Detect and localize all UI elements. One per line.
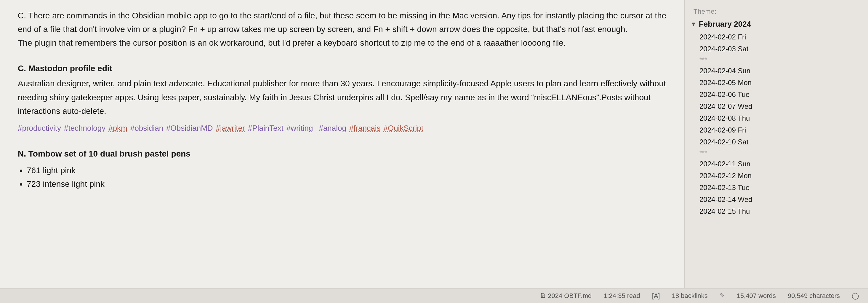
status-file-name: 2024 OBTF.md [548, 292, 592, 300]
status-edit-icon-item[interactable]: ✎ [720, 292, 725, 300]
sidebar-separator: *** [685, 55, 868, 65]
section-mastodon: C. Mastodon profile edit Australian desi… [18, 62, 666, 135]
bullet-723: 723 intense light pink [27, 177, 666, 191]
main-content: C. There are commands in the Obsidian mo… [0, 0, 684, 303]
tag-plaintext[interactable]: #PlainText [248, 122, 283, 135]
status-read-time: 1:24:35 read [603, 292, 640, 300]
tag-obsidianmd[interactable]: #ObsidianMD [166, 122, 213, 135]
tag-jawriter[interactable]: #jawriter [216, 122, 245, 135]
tag-obsidian[interactable]: #obsidian [130, 122, 163, 135]
section-commands-text: C. There are commands in the Obsidian mo… [18, 9, 666, 50]
chevron-down-icon: ▼ [690, 21, 696, 28]
status-backlinks-text: 18 backlinks [672, 292, 708, 300]
section-tombow: N. Tombow set of 10 dual brush pastel pe… [18, 147, 666, 191]
section-mastodon-body: Australian designer, writer, and plain t… [18, 77, 666, 118]
sidebar-date-item[interactable]: 2024-02-06 Tue [685, 89, 868, 100]
status-mode-text: [A] [652, 292, 660, 300]
sidebar: Theme: ▼ February 2024 2024-02-02 Fri 20… [684, 0, 868, 303]
status-characters: 90,549 characters [788, 292, 840, 300]
section-commands: C. There are commands in the Obsidian mo… [18, 9, 666, 50]
section-commands-label: C. [18, 11, 28, 20]
tags-row: #productivity #technology #pkm #obsidian… [18, 122, 666, 135]
sidebar-date-item[interactable]: 2024-02-11 Sun [685, 158, 868, 170]
bullet-761: 761 light pink [27, 164, 666, 177]
sidebar-date-item[interactable]: 2024-02-07 Wed [685, 100, 868, 112]
file-icon: 🖹 [540, 292, 546, 299]
status-mode: [A] [652, 292, 660, 300]
status-characters-text: 90,549 characters [788, 292, 840, 300]
sidebar-separator: *** [685, 148, 868, 158]
tombow-bullet-list: 761 light pink 723 intense light pink [18, 164, 666, 191]
sidebar-date-item[interactable]: 2024-02-10 Sat [685, 136, 868, 148]
status-read-time-text: 1:24:35 read [603, 292, 640, 300]
sidebar-date-item[interactable]: 2024-02-02 Fri [685, 31, 868, 43]
status-bar: 🖹 2024 OBTF.md 1:24:35 read [A] 18 backl… [0, 288, 868, 303]
tag-technology[interactable]: #technology [64, 122, 105, 135]
status-words-text: 15,407 words [737, 292, 776, 300]
tag-pkm[interactable]: #pkm [108, 122, 127, 135]
sidebar-date-item[interactable]: 2024-02-15 Thu [685, 206, 868, 217]
sidebar-date-item[interactable]: 2024-02-04 Sun [685, 65, 868, 77]
sidebar-date-item[interactable]: 2024-02-13 Tue [685, 182, 868, 193]
status-file: 🖹 2024 OBTF.md [540, 292, 592, 300]
sidebar-date-item[interactable]: 2024-02-03 Sat [685, 43, 868, 55]
section-mastodon-heading: C. Mastodon profile edit [18, 62, 666, 75]
sidebar-date-item[interactable]: 2024-02-14 Wed [685, 193, 868, 206]
status-words: 15,407 words [737, 292, 776, 300]
tag-francais[interactable]: #francais [349, 122, 381, 135]
sidebar-date-item[interactable]: 2024-02-08 Thu [685, 112, 868, 124]
sidebar-month-header[interactable]: ▼ February 2024 [685, 17, 868, 31]
sidebar-theme-label: Theme: [685, 6, 868, 17]
edit-icon: ✎ [720, 292, 725, 300]
sidebar-dates-list: 2024-02-02 Fri 2024-02-03 Sat *** 2024-0… [685, 31, 868, 217]
tag-writing[interactable]: #writing [286, 122, 313, 135]
sidebar-date-item[interactable]: 2024-02-09 Fri [685, 124, 868, 136]
status-end-icon: ◯ [852, 292, 859, 300]
tag-quikscript[interactable]: #QuikScript [383, 122, 423, 135]
sidebar-month-label: February 2024 [699, 20, 751, 29]
status-backlinks[interactable]: 18 backlinks [672, 292, 708, 300]
tag-productivity[interactable]: #productivity [18, 122, 61, 135]
sidebar-date-item[interactable]: 2024-02-05 Mon [685, 77, 868, 89]
section-tombow-heading: N. Tombow set of 10 dual brush pastel pe… [18, 147, 666, 161]
sidebar-date-item[interactable]: 2024-02-12 Mon [685, 170, 868, 182]
tag-analog[interactable]: #analog [319, 122, 346, 135]
circle-icon: ◯ [852, 292, 859, 300]
